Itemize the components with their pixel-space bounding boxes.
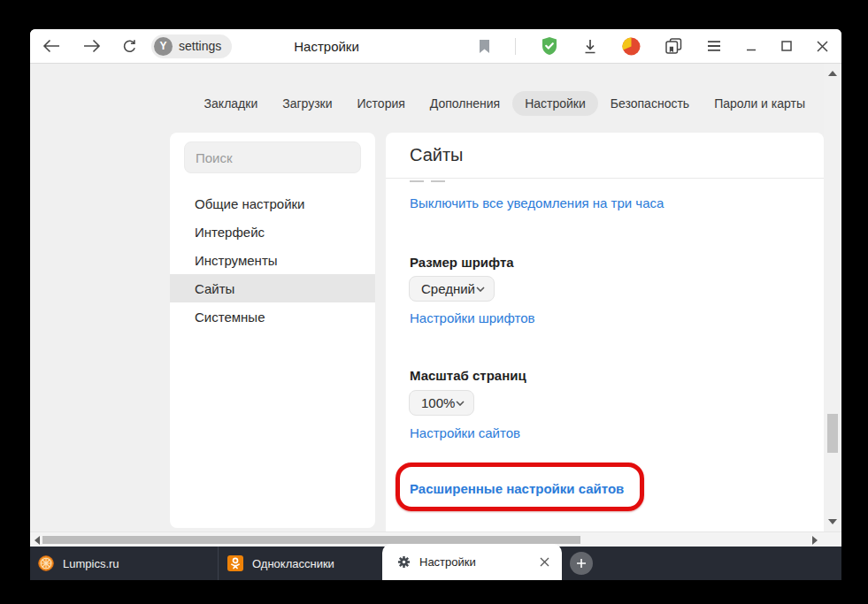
minimize-button[interactable] (746, 41, 757, 51)
vertical-scrollbar[interactable] (824, 64, 841, 531)
screen: { "toolbar": { "url": "settings", "page_… (0, 0, 868, 604)
tab-downloads[interactable]: Загрузки (270, 91, 344, 116)
sidebar-item-label: Сайты (195, 281, 234, 296)
page-zoom-label: Масштаб страниц (410, 368, 526, 383)
settings-nav-tabs: Закладки Загрузки История Дополнения Нас… (192, 90, 818, 116)
content-heading: Сайты (410, 145, 464, 165)
tab-bookmarks[interactable]: Закладки (192, 91, 271, 116)
font-settings-link[interactable]: Настройки шрифтов (410, 310, 535, 325)
chevron-down-icon (456, 401, 465, 406)
forward-icon[interactable] (83, 39, 101, 53)
chevron-down-icon (476, 287, 485, 292)
address-bar[interactable]: Y settings (151, 34, 232, 58)
sidebar-item-interface[interactable]: Интерфейс (170, 218, 375, 246)
tabs-overview-icon[interactable] (665, 38, 682, 54)
orange-slice-icon (38, 555, 54, 571)
font-size-value: Средний (421, 281, 475, 296)
advanced-site-settings-link[interactable]: Расширенные настройки сайтов (410, 481, 624, 496)
scroll-up-arrow-icon[interactable] (828, 71, 837, 76)
close-button[interactable] (817, 41, 828, 52)
tab-label: Lumpics.ru (63, 557, 119, 570)
sidebar-item-label: Общие настройки (195, 196, 305, 211)
tab-label: Настройки (419, 555, 476, 569)
tab-extensions[interactable]: Дополнения (418, 91, 512, 116)
page-title: Настройки (294, 39, 359, 54)
horizontal-scrollbar-thumb[interactable] (42, 536, 580, 544)
browser-toolbar: Y settings Настройки (30, 29, 841, 64)
sidebar-item-label: Системные (195, 310, 265, 325)
downloads-icon[interactable] (583, 39, 597, 54)
sidebar-item-label: Инструменты (195, 253, 278, 268)
protect-shield-icon[interactable] (541, 36, 558, 56)
reload-icon[interactable] (122, 39, 137, 54)
tab-settings[interactable]: Настройки (512, 91, 598, 116)
tab-security[interactable]: Безопасность (598, 91, 702, 116)
ok-logo-icon (227, 555, 243, 571)
sidebar-item-label: Интерфейс (195, 225, 265, 240)
browser-tab-odnoklassniki[interactable]: Одноклассники (219, 547, 382, 580)
browser-tab-settings-active[interactable]: Настройки (382, 544, 562, 580)
disable-notifications-link[interactable]: Выключить все уведомления на три часа (410, 195, 664, 210)
maximize-button[interactable] (781, 41, 792, 51)
font-size-label: Размер шрифта (410, 255, 514, 270)
page-zoom-dropdown[interactable]: 100% (409, 390, 474, 416)
back-icon[interactable] (42, 39, 60, 53)
tab-label: Одноклассники (252, 557, 334, 570)
yandex-logo-icon: Y (154, 37, 173, 56)
sidebar-item-system[interactable]: Системные (170, 302, 375, 331)
clipped-scrolled-content (410, 180, 463, 183)
tab-passwords[interactable]: Пароли и карты (702, 91, 818, 116)
scroll-down-arrow-icon[interactable] (828, 519, 837, 524)
menu-icon[interactable] (707, 41, 721, 51)
sidebar-item-tools[interactable]: Инструменты (170, 246, 375, 274)
vertical-scrollbar-thumb[interactable] (827, 414, 838, 453)
site-settings-link[interactable]: Настройки сайтов (410, 425, 520, 440)
settings-content: Сайты Выключить все уведомления на три ч… (386, 133, 824, 532)
tab-bar: Lumpics.ru Одноклассники (30, 547, 841, 580)
browser-tab-lumpics[interactable]: Lumpics.ru (30, 547, 219, 580)
settings-sidebar: Общие настройки Интерфейс Инструменты Са… (170, 133, 375, 528)
bookmark-icon[interactable] (479, 39, 490, 54)
page-zoom-value: 100% (421, 395, 455, 410)
gear-icon (397, 555, 411, 569)
sidebar-item-general[interactable]: Общие настройки (170, 189, 375, 218)
toolbar-divider (515, 38, 516, 55)
sidebar-item-sites[interactable]: Сайты (170, 274, 375, 302)
toolbar-right-icons (479, 36, 841, 56)
tab-close-icon[interactable] (540, 557, 549, 567)
search-input[interactable] (184, 141, 361, 173)
tab-history[interactable]: История (345, 91, 418, 116)
new-tab-button[interactable] (570, 552, 593, 575)
profile-avatar[interactable] (622, 37, 641, 56)
scroll-left-arrow-icon[interactable] (35, 536, 40, 545)
content-header: Сайты (386, 133, 824, 179)
scroll-right-arrow-icon[interactable] (812, 536, 818, 545)
browser-window: Y settings Настройки (30, 29, 841, 580)
address-url: settings (179, 39, 221, 53)
font-size-dropdown[interactable]: Средний (409, 276, 495, 302)
